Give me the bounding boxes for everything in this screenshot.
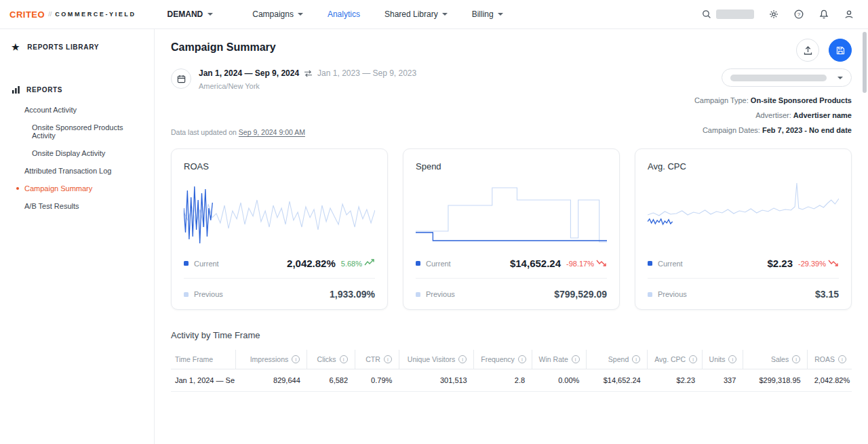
- scrollbar-thumb[interactable]: [863, 32, 867, 93]
- info-icon[interactable]: i: [632, 355, 640, 363]
- column-label: ROAS: [814, 355, 835, 363]
- calendar-icon: [171, 68, 191, 89]
- column-header-clicks[interactable]: Clicksi: [307, 350, 355, 369]
- divider: [416, 278, 607, 279]
- meta-value: Advertiser name: [793, 111, 852, 119]
- kpi-title: ROAS: [184, 161, 375, 171]
- info-icon[interactable]: i: [572, 355, 580, 363]
- kpi-previous-value: $799,529.09: [554, 289, 607, 300]
- gear-icon[interactable]: [768, 9, 779, 20]
- kpi-current-value: $14,652.24: [510, 258, 561, 269]
- info-icon[interactable]: i: [340, 355, 348, 363]
- meta-label: Advertiser:: [755, 111, 793, 119]
- info-icon[interactable]: i: [518, 355, 526, 363]
- current-date-range: Jan 1, 2024 — Sep 9, 2024: [199, 68, 299, 78]
- info-icon[interactable]: i: [384, 355, 392, 363]
- previous-legend: Previous: [416, 290, 455, 298]
- nav-item-label: Billing: [472, 9, 494, 19]
- column-header-frequency[interactable]: Frequencyi: [474, 350, 532, 369]
- reports-sidebar: ★ REPORTS LIBRARY REPORTS Account Activi…: [0, 29, 155, 444]
- reports-section-label: REPORTS: [26, 86, 62, 94]
- column-header-spend[interactable]: Spendi: [586, 350, 647, 369]
- column-label: CTR: [366, 355, 380, 363]
- nav-item-label: Campaigns: [252, 9, 294, 19]
- kpi-current-value: 2,042.82%: [287, 258, 336, 269]
- info-icon[interactable]: i: [792, 355, 800, 363]
- reports-library-label: REPORTS LIBRARY: [27, 43, 99, 51]
- cell-clicks: 6,582: [307, 369, 355, 392]
- current-swatch: [184, 261, 189, 266]
- export-button[interactable]: [796, 39, 819, 62]
- previous-series-line: [648, 183, 839, 216]
- nav-item-campaigns[interactable]: Campaigns: [252, 9, 303, 19]
- sidebar-item-onsite-sponsored-products-activity[interactable]: Onsite Sponsored Products Activity: [0, 119, 154, 144]
- info-icon[interactable]: i: [689, 355, 697, 363]
- previous-legend-label: Previous: [426, 290, 455, 298]
- info-icon[interactable]: i: [728, 355, 736, 363]
- column-header-win-rate[interactable]: Win Ratei: [532, 350, 586, 369]
- column-header-units[interactable]: Unitsi: [702, 350, 743, 369]
- search-icon[interactable]: [701, 9, 712, 20]
- kpi-current-value: $2.23: [767, 258, 793, 269]
- column-header-avg-cpc[interactable]: Avg. CPCi: [648, 350, 702, 369]
- column-header-impressions[interactable]: Impressionsi: [235, 350, 307, 369]
- cell-unique-visitors: 301,513: [399, 369, 473, 392]
- current-legend: Current: [648, 260, 683, 268]
- help-icon[interactable]: ?: [793, 9, 804, 20]
- date-range-picker[interactable]: Jan 1, 2024 — Sep 9, 2024 Jan 1, 2023 — …: [171, 68, 416, 90]
- sidebar-item-label: Account Activity: [24, 106, 77, 114]
- cell-time-frame: Jan 1, 2024 — Se: [171, 369, 235, 392]
- kpi-card-avg-cpc: Avg. CPC Current $2.23 -29.39% Previous: [635, 148, 852, 310]
- column-label: Impressions: [250, 355, 289, 363]
- reports-list: Account ActivityOnsite Sponsored Product…: [0, 101, 154, 215]
- column-header-roas[interactable]: ROASi: [808, 350, 852, 369]
- sidebar-item-campaign-summary[interactable]: Campaign Summary: [0, 180, 154, 197]
- column-header-unique-visitors[interactable]: Unique Visitorsi: [399, 350, 473, 369]
- redacted-selection: [730, 75, 827, 81]
- cell-win-rate: 0.00%: [532, 369, 586, 392]
- previous-legend: Previous: [648, 290, 687, 298]
- trend-arrow-icon: [828, 259, 839, 268]
- last-updated-value: Sep 9, 2024 9:00 AM: [239, 128, 305, 136]
- current-swatch: [416, 261, 420, 266]
- nav-item-billing[interactable]: Billing: [472, 9, 503, 19]
- context-switcher-demand[interactable]: DEMAND: [167, 9, 214, 19]
- cell-roas: 2,042.82%: [808, 369, 852, 392]
- campaign-meta: Campaign Type: On-site Sponsored Product…: [694, 93, 852, 138]
- info-icon[interactable]: i: [458, 355, 467, 363]
- star-icon: ★: [12, 43, 20, 52]
- last-updated-prefix: Data last updated on: [171, 128, 237, 136]
- brand-separator: //: [48, 11, 52, 18]
- upload-icon: [802, 45, 814, 56]
- save-report-button[interactable]: [829, 39, 852, 62]
- sidebar-item-account-activity[interactable]: Account Activity: [0, 101, 154, 119]
- bell-icon[interactable]: [818, 9, 829, 20]
- cell-avg-cpc: $2.23: [648, 369, 702, 392]
- sidebar-item-label: Onsite Sponsored Products Activity: [32, 123, 123, 140]
- reports-library-link[interactable]: ★ REPORTS LIBRARY: [0, 35, 154, 60]
- chevron-down-icon: [837, 77, 843, 79]
- column-header-ctr[interactable]: CTRi: [355, 350, 399, 369]
- kpi-title: Avg. CPC: [648, 161, 839, 171]
- sidebar-item-a-b-test-results[interactable]: A/B Test Results: [0, 197, 154, 215]
- sidebar-item-onsite-display-activity[interactable]: Onsite Display Activity: [0, 144, 154, 162]
- campaign-select[interactable]: [722, 68, 852, 87]
- kpi-previous-value: 1,933.09%: [330, 289, 375, 300]
- info-icon[interactable]: i: [838, 355, 846, 363]
- chevron-down-icon: [208, 13, 213, 16]
- column-label: Win Rate: [539, 355, 568, 363]
- divider: [648, 278, 839, 279]
- column-label: Avg. CPC: [654, 355, 686, 363]
- nav-item-analytics[interactable]: Analytics: [328, 9, 360, 19]
- column-label: Sales: [771, 355, 789, 363]
- meta-value: On-site Sponsored Products: [751, 96, 852, 104]
- current-series-line: [648, 219, 673, 224]
- nav-item-shared-library[interactable]: Shared Library: [384, 9, 448, 19]
- kpi-delta: -98.17%: [566, 259, 607, 268]
- previous-legend-label: Previous: [194, 290, 223, 298]
- criteo-logo[interactable]: CRITEO // COMMERCE-YIELD: [9, 9, 136, 20]
- column-header-sales[interactable]: Salesi: [743, 350, 807, 369]
- sidebar-item-attributed-transaction-log[interactable]: Attributed Transaction Log: [0, 162, 154, 180]
- account-icon[interactable]: [844, 9, 854, 20]
- info-icon[interactable]: i: [292, 355, 300, 363]
